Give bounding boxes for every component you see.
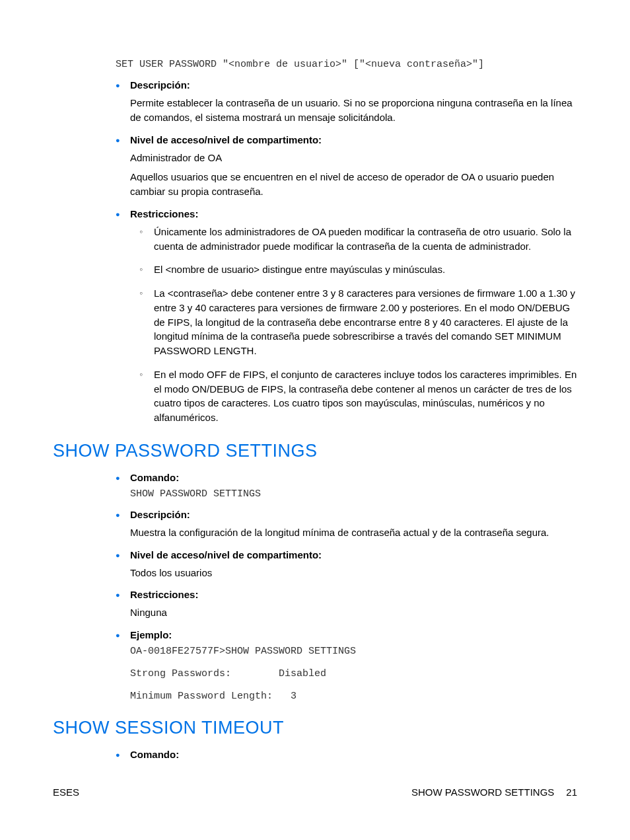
list-item: Restricciones: Ninguna — [116, 589, 577, 620]
field-label: Descripción: — [130, 509, 577, 520]
field-label: Nivel de acceso/nivel de compartimento: — [130, 549, 577, 560]
field-label: Comando: — [130, 472, 577, 483]
body-text: Todos los usuarios — [130, 566, 577, 580]
footer-left: ESES — [53, 786, 79, 798]
sub-list-item: En el modo OFF de FIPS, el conjunto de c… — [139, 367, 577, 425]
footer-right: SHOW PASSWORD SETTINGS21 — [411, 786, 577, 798]
field-label: Restricciones: — [130, 208, 577, 219]
list-item: Descripción: Permite establecer la contr… — [116, 79, 577, 125]
bullet-list: Comando: — [116, 749, 577, 760]
code-block: SET USER PASSWORD "<nombre de usuario>" … — [116, 59, 577, 70]
body-text: Administrador de OA — [130, 151, 577, 165]
document-page: SET USER PASSWORD "<nombre de usuario>" … — [0, 0, 630, 840]
bullet-list: Descripción: Permite establecer la contr… — [116, 79, 577, 425]
list-item: Comando: — [116, 749, 577, 760]
field-label: Restricciones: — [130, 589, 577, 600]
list-item: Descripción: Muestra la configuración de… — [116, 509, 577, 540]
code-block: OA-0018FE27577F>SHOW PASSWORD SETTINGS S… — [130, 646, 577, 702]
content-area: SET USER PASSWORD "<nombre de usuario>" … — [116, 59, 577, 760]
list-item: Nivel de acceso/nivel de compartimento: … — [116, 549, 577, 580]
code-block: SHOW PASSWORD SETTINGS — [130, 488, 577, 500]
field-label: Nivel de acceso/nivel de compartimento: — [130, 134, 577, 145]
section-heading: SHOW SESSION TIMEOUT — [53, 718, 577, 738]
body-text: Permite establecer la contraseña de un u… — [130, 96, 577, 125]
field-label: Descripción: — [130, 79, 577, 91]
sub-list: Únicamente los administradores de OA pue… — [130, 225, 577, 425]
footer-section: SHOW PASSWORD SETTINGS — [411, 786, 554, 798]
sub-list-item: La <contraseña> debe contener entre 3 y … — [139, 286, 577, 358]
page-footer: ESES SHOW PASSWORD SETTINGS21 — [53, 786, 577, 798]
footer-page-number: 21 — [566, 786, 577, 798]
list-item: Restricciones: Únicamente los administra… — [116, 208, 577, 425]
field-label: Comando: — [130, 749, 577, 760]
sub-list-item: Únicamente los administradores de OA pue… — [139, 225, 577, 254]
bullet-list: Comando: SHOW PASSWORD SETTINGS Descripc… — [116, 472, 577, 702]
list-item: Ejemplo: OA-0018FE27577F>SHOW PASSWORD S… — [116, 629, 577, 702]
body-text: Muestra la configuración de la longitud … — [130, 525, 577, 540]
body-text: Ninguna — [130, 605, 577, 620]
list-item: Nivel de acceso/nivel de compartimento: … — [116, 134, 577, 199]
field-label: Ejemplo: — [130, 629, 577, 640]
body-text: Aquellos usuarios que se encuentren en e… — [130, 170, 577, 199]
list-item: Comando: SHOW PASSWORD SETTINGS — [116, 472, 577, 500]
section-heading: SHOW PASSWORD SETTINGS — [53, 441, 577, 461]
sub-list-item: El <nombre de usuario> distingue entre m… — [139, 262, 577, 277]
